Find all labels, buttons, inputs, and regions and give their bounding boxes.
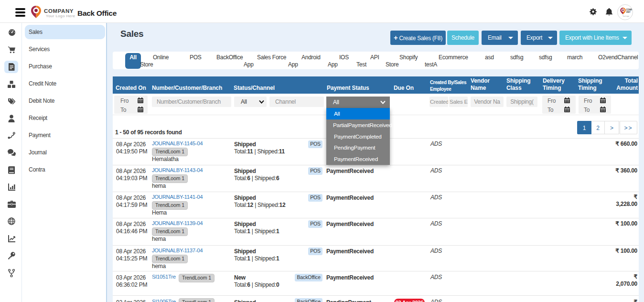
svg-text:Your Logo: Your Logo <box>623 15 629 17</box>
svg-text:ANY: ANY <box>626 11 631 13</box>
